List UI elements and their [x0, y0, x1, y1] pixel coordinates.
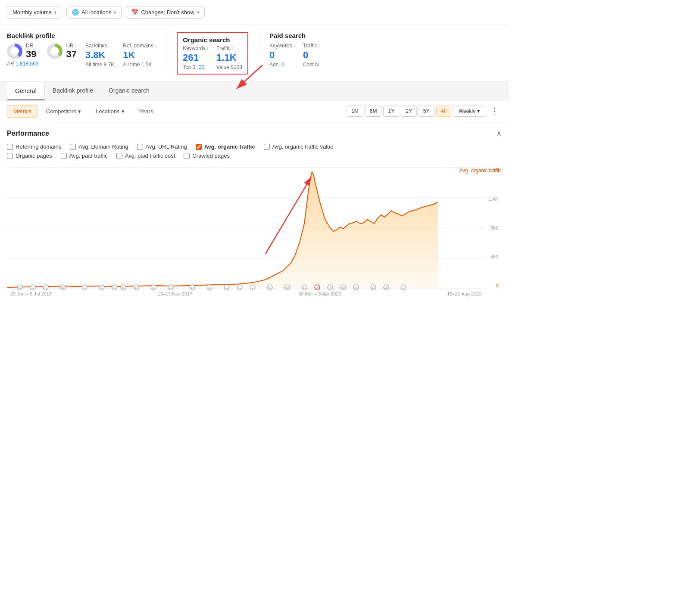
tab-general[interactable]: General — [7, 82, 45, 100]
paid-search-group: Paid search Keywords i 0 Ads 0 Traffic i… — [269, 32, 330, 68]
paid-search-title: Paid search — [269, 32, 319, 39]
metrics-tab-locations[interactable]: Locations ▾ — [89, 105, 131, 118]
dr-donut-wrap: DR i 39 — [7, 43, 38, 60]
svg-text:G: G — [169, 286, 172, 289]
chart-svg: G G G G G G G G — [7, 168, 485, 288]
organic-traffic-label: Traffic i — [216, 45, 242, 51]
checkbox-avg-url-rating[interactable]: Avg. URL Rating — [137, 143, 187, 150]
ref-domains-value: 1K — [123, 50, 156, 61]
svg-text:G: G — [355, 286, 357, 289]
paid-keywords-value: 0 — [269, 50, 294, 61]
backlinks-label: Backlinks i — [85, 43, 114, 49]
checkbox-crawled-pages-input[interactable] — [184, 153, 190, 159]
paid-traffic-value: 0 — [303, 50, 319, 61]
svg-text:G: G — [286, 286, 288, 289]
dr-value: 39 — [26, 49, 36, 60]
checkbox-avg-url-rating-label: Avg. URL Rating — [146, 143, 187, 150]
checkbox-avg-organic-traffic-value-label: Avg. organic traffic value — [272, 143, 334, 150]
svg-text:G: G — [31, 286, 34, 289]
tab-organic-search[interactable]: Organic search — [101, 82, 157, 100]
checkbox-avg-paid-traffic-cost-input[interactable] — [116, 153, 122, 159]
time-5y-button[interactable]: 5Y — [419, 106, 434, 117]
all-locations-button[interactable]: 🌐 All locations ▾ — [66, 6, 122, 19]
checkbox-avg-organic-traffic-label: Avg. organic traffic — [204, 143, 255, 150]
ur-donut-wrap: UR i 37 — [47, 43, 76, 60]
ref-domains-stat: Ref. domains i 1K All time 1.5K — [123, 43, 156, 68]
svg-text:G: G — [225, 286, 228, 289]
y-label-900: 900 — [488, 225, 498, 230]
organic-keywords-value: 261 — [183, 52, 208, 63]
metrics-tab-years[interactable]: Years — [133, 105, 160, 118]
checkbox-avg-domain-rating-input[interactable] — [70, 144, 76, 150]
paid-stats-row: Keywords i 0 Ads 0 Traffic i 0 Cost N — [269, 43, 319, 68]
weekly-button[interactable]: Weekly ▾ — [453, 106, 485, 117]
metrics-tab-metrics[interactable]: Metrics — [7, 105, 38, 118]
svg-text:2: 2 — [252, 286, 253, 289]
checkbox-avg-organic-traffic-value[interactable]: Avg. organic traffic value — [264, 143, 334, 150]
checkbox-avg-organic-traffic-value-input[interactable] — [264, 144, 270, 150]
organic-traffic-value: 1.1K — [216, 52, 242, 63]
svg-text:G: G — [62, 286, 64, 289]
monthly-volume-button[interactable]: Monthly volume ▾ — [7, 6, 62, 19]
x-label-2015: 29 Jun – 5 Jul 2015 — [10, 291, 52, 296]
svg-text:G: G — [269, 286, 271, 289]
calendar-icon: 📅 — [131, 9, 138, 16]
checkbox-organic-pages-label: Organic pages — [16, 152, 52, 159]
paid-ads-value: 0 — [281, 62, 284, 68]
chevron-competitors-icon: ▾ — [78, 108, 81, 115]
checkbox-crawled-pages[interactable]: Crawled pages — [184, 152, 230, 159]
y-label-450: 450 — [488, 254, 498, 259]
ref-domains-sub: All time 1.5K — [123, 62, 156, 68]
time-1y-button[interactable]: 1Y — [383, 106, 399, 117]
organic-traffic-info-icon: i — [232, 46, 233, 51]
checkbox-avg-paid-traffic-cost[interactable]: Avg. paid traffic cost — [116, 152, 175, 159]
checkbox-organic-pages-input[interactable] — [7, 153, 13, 159]
paid-keywords-info-icon: i — [294, 44, 294, 48]
svg-text:G: G — [342, 286, 344, 289]
checkbox-avg-organic-traffic-input[interactable] — [196, 144, 202, 150]
time-6m-button[interactable]: 6M — [365, 106, 382, 117]
svg-text:G: G — [152, 286, 154, 289]
backlinks-value: 3.8K — [85, 50, 114, 61]
organic-value: Value $103 — [216, 64, 242, 70]
performance-title: Performance — [7, 130, 49, 137]
metrics-tab-competitors[interactable]: Competitors ▾ — [40, 105, 88, 118]
collapse-button[interactable]: ∧ — [497, 129, 502, 137]
checkbox-avg-paid-traffic[interactable]: Avg. paid traffic — [61, 152, 108, 159]
performance-header: Performance ∧ — [7, 129, 502, 137]
svg-text:G: G — [191, 286, 193, 289]
time-2y-button[interactable]: 2Y — [401, 106, 417, 117]
dr-column: DR i 39 — [26, 43, 36, 60]
svg-text:2: 2 — [329, 286, 331, 289]
paid-traffic-stat: Traffic i 0 Cost N — [303, 43, 319, 68]
svg-text:G: G — [135, 286, 137, 289]
checkbox-avg-url-rating-input[interactable] — [137, 144, 143, 150]
organic-keywords-label: Keywords i — [183, 45, 208, 51]
tab-backlink-profile[interactable]: Backlink profile — [45, 82, 101, 100]
time-1m-button[interactable]: 1M — [347, 106, 363, 117]
dr-info-icon: i — [34, 44, 35, 48]
time-all-button[interactable]: All — [436, 106, 451, 117]
ur-donut-chart — [47, 44, 62, 59]
checkbox-referring-domains-input[interactable] — [7, 144, 13, 150]
changes-button[interactable]: 📅 Changes: Don't show ▾ — [126, 6, 204, 19]
checkbox-organic-pages[interactable]: Organic pages — [7, 152, 52, 159]
y-axis-labels: 1.8K 1.4K 900 450 0 — [485, 168, 502, 288]
svg-text:G: G — [122, 286, 124, 289]
svg-text:G: G — [372, 286, 374, 289]
ur-stat: UR i 37 — [47, 43, 76, 60]
ar-value: 1,818,663 — [16, 61, 38, 67]
chevron-down-icon: ▾ — [54, 10, 56, 15]
checkbox-avg-domain-rating[interactable]: Avg. Domain Rating — [70, 143, 128, 150]
ur-label: UR i — [66, 43, 76, 49]
checkbox-avg-organic-traffic[interactable]: Avg. organic traffic — [196, 143, 255, 150]
x-label-2022: 15–21 Aug 2022 — [447, 291, 481, 296]
ref-domains-info-icon: i — [155, 44, 156, 48]
metrics-bar: Metrics Competitors ▾ Locations ▾ Years … — [0, 100, 509, 122]
more-options-button[interactable]: ⋮ — [487, 105, 502, 118]
backlinks-info-icon: i — [109, 44, 109, 48]
paid-ads: Ads 0 — [269, 62, 294, 68]
checkbox-avg-paid-traffic-input[interactable] — [61, 153, 67, 159]
checkbox-referring-domains[interactable]: Referring domains — [7, 143, 61, 150]
metrics-left: Metrics Competitors ▾ Locations ▾ Years — [7, 105, 159, 118]
